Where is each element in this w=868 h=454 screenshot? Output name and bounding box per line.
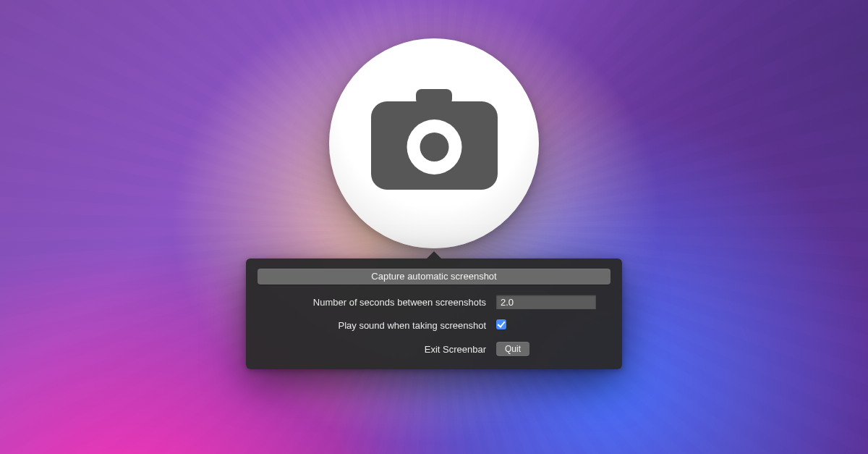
play-sound-checkbox[interactable]: [496, 319, 506, 329]
quit-button[interactable]: Quit: [496, 342, 529, 356]
sound-row: Play sound when taking screenshot: [258, 319, 610, 332]
app-icon-circle: [329, 38, 539, 248]
camera-icon: [371, 89, 498, 198]
svg-point-3: [420, 133, 448, 161]
interval-input[interactable]: [496, 295, 596, 309]
exit-label: Exit Screenbar: [258, 344, 496, 355]
exit-row: Exit Screenbar Quit: [258, 342, 610, 356]
sound-label: Play sound when taking screenshot: [258, 320, 496, 331]
settings-popover: Capture automatic screenshot Number of s…: [246, 258, 622, 369]
capture-screenshot-button[interactable]: Capture automatic screenshot: [258, 269, 610, 285]
interval-label: Number of seconds between screenshots: [258, 297, 496, 308]
interval-row: Number of seconds between screenshots: [258, 295, 610, 309]
